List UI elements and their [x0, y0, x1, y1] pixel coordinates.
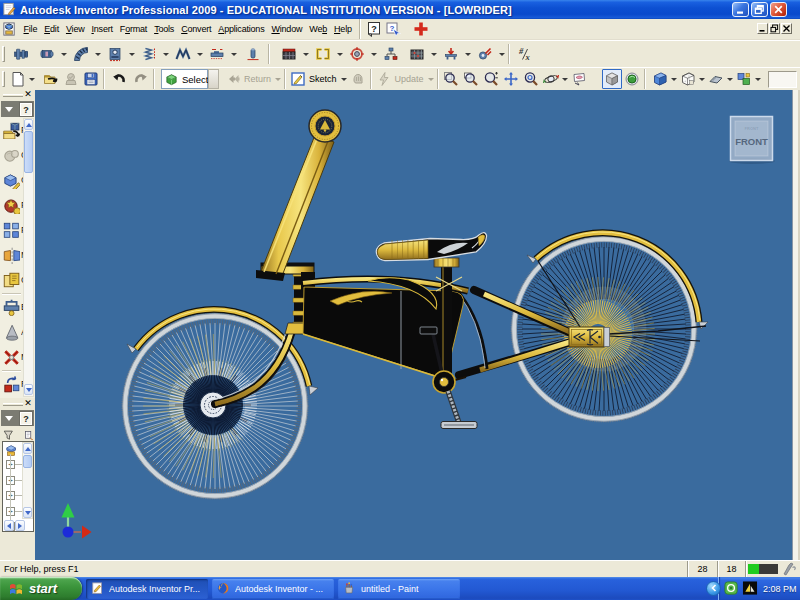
insert-frame-button[interactable] [312, 43, 334, 65]
panel-help-button[interactable]: ? [20, 103, 32, 116]
pan-button[interactable] [501, 69, 521, 89]
panel-scroll-thumb[interactable] [24, 131, 33, 173]
browser-scroll-left[interactable] [4, 520, 14, 531]
red-plus-icon[interactable] [409, 20, 433, 38]
spur-gear-button[interactable] [70, 43, 92, 65]
menu-convert[interactable]: Convert [178, 21, 215, 37]
sketch-label[interactable]: Sketch [308, 74, 338, 84]
section-dropdown[interactable] [726, 69, 734, 89]
frame-generator-dropdown[interactable] [302, 44, 310, 64]
tray-inventor-icon[interactable] [742, 581, 758, 596]
shaded-display-button[interactable] [602, 69, 622, 89]
spring-button[interactable] [138, 43, 160, 65]
orbit-button[interactable] [541, 69, 561, 89]
update-icon[interactable] [374, 69, 394, 89]
insert-frame-dropdown[interactable] [336, 44, 344, 64]
key-connection-dropdown[interactable] [230, 44, 238, 64]
tool-body-button[interactable] [474, 43, 496, 65]
open-button[interactable] [41, 69, 61, 89]
ground-shadow-button[interactable] [622, 69, 642, 89]
browser-menu-icon[interactable] [5, 416, 13, 425]
update-label[interactable]: Update [394, 74, 425, 84]
whats-this-icon[interactable]: ? [365, 20, 383, 38]
rotate-component-button[interactable] [2, 375, 20, 393]
sketch-icon[interactable] [288, 69, 308, 89]
structure-tree-button[interactable] [380, 43, 402, 65]
menu-view[interactable]: View [62, 21, 88, 37]
assemble-button[interactable] [2, 323, 20, 341]
create-component-button[interactable] [2, 171, 20, 189]
help-pointer-icon[interactable]: ? [383, 20, 403, 38]
menu-file[interactable]: File [20, 21, 41, 37]
menu-help[interactable]: Help [331, 21, 356, 37]
mdi-restore-button[interactable] [769, 23, 780, 34]
toolbar-input-field[interactable] [768, 71, 797, 88]
move-component-button[interactable] [2, 348, 20, 366]
net-grid-button[interactable] [406, 43, 428, 65]
pin-button[interactable] [242, 43, 264, 65]
tray-chevron-icon[interactable] [706, 581, 721, 596]
sketch-dropdown[interactable] [340, 69, 348, 89]
menu-format[interactable]: Format [116, 21, 150, 37]
bearing-button[interactable] [104, 43, 126, 65]
orbit-dropdown[interactable] [561, 69, 569, 89]
pattern-component-button[interactable] [2, 221, 20, 239]
view-cube[interactable]: FRONT FRONT [729, 117, 775, 165]
spur-gear-dropdown[interactable] [94, 44, 102, 64]
start-button[interactable]: start [0, 577, 82, 600]
panel-scroll-up[interactable] [24, 119, 33, 130]
place-from-content-center-button[interactable] [2, 196, 20, 214]
panel-close-icon[interactable]: ✕ [23, 89, 33, 99]
zoom-all-button[interactable] [441, 69, 461, 89]
update-dropdown[interactable] [427, 69, 435, 89]
shaft-generator-button[interactable] [36, 43, 58, 65]
zoom-button[interactable] [481, 69, 501, 89]
assembly-root-icon[interactable] [5, 444, 19, 458]
menu-insert[interactable]: Insert [88, 21, 116, 37]
return-label[interactable]: Return [243, 74, 272, 84]
hub-tool-dropdown[interactable] [370, 44, 378, 64]
section-view-button[interactable] [706, 69, 726, 89]
component-dropdown[interactable] [754, 69, 762, 89]
hub-tool-button[interactable] [346, 43, 368, 65]
mdi-close-button[interactable] [781, 23, 792, 34]
new-file-button[interactable] [8, 69, 28, 89]
style-gray-icon[interactable] [348, 69, 368, 89]
undo-button[interactable] [109, 69, 129, 89]
redo-button[interactable] [131, 69, 151, 89]
menu-window[interactable]: Window [268, 21, 306, 37]
tray-app-green-icon[interactable] [724, 581, 739, 596]
frame-generator-button[interactable] [278, 43, 300, 65]
browser-close-icon[interactable]: ✕ [23, 398, 33, 408]
mdi-minimize-button[interactable] [757, 23, 768, 34]
browser-header[interactable]: ? [1, 410, 34, 426]
bolted-connection-button[interactable] [10, 43, 32, 65]
toolbar-grip[interactable] [2, 46, 5, 62]
taskbar-task-3[interactable]: untitled - Paint [338, 579, 460, 599]
toolbar-grip[interactable] [2, 71, 5, 87]
place-component-button[interactable] [2, 121, 20, 139]
browser-scroll-up[interactable] [23, 443, 32, 454]
taskbar-task-1[interactable]: Autodesk Inventor Pr... [86, 579, 208, 599]
browser-help-button[interactable]: ? [20, 412, 32, 425]
display-shaded-button[interactable] [650, 69, 670, 89]
new-file-dropdown[interactable] [28, 69, 36, 89]
create-component-gray-button[interactable] [2, 146, 20, 164]
bearing-dropdown[interactable] [128, 44, 136, 64]
spring-dropdown[interactable] [162, 44, 170, 64]
close-button[interactable] [770, 2, 787, 17]
copy-components-button[interactable] [2, 271, 20, 289]
panel-bar-grip[interactable]: ✕ [0, 90, 35, 100]
select-combo[interactable]: Select [161, 69, 208, 89]
mirror-components-button[interactable] [2, 246, 20, 264]
hidden-edge-dropdown[interactable] [698, 69, 706, 89]
browser-scroll-thumb[interactable] [23, 455, 32, 468]
hidden-edge-button[interactable] [678, 69, 698, 89]
save-button[interactable] [81, 69, 101, 89]
menu-web[interactable]: Web [306, 21, 331, 37]
browser-grip[interactable]: ✕ [0, 399, 35, 409]
v-belt-dropdown[interactable] [196, 44, 204, 64]
panel-bar-header[interactable]: ? [1, 101, 34, 117]
select-dropdown[interactable] [208, 69, 219, 89]
display-dropdown[interactable] [670, 69, 678, 89]
